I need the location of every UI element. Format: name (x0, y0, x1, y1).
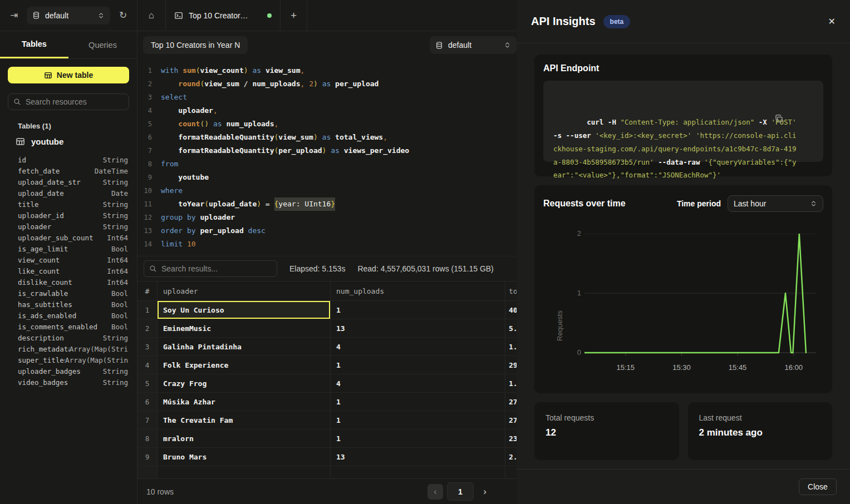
sql-line[interactable]: 2 round(view_sum / num_uploads, 2) as pe… (137, 77, 517, 91)
table-row[interactable]: 7The Crevatin Fam1271 (137, 411, 517, 429)
num-uploads-cell[interactable]: 1 (331, 393, 505, 411)
num-uploads-cell[interactable]: 1 (331, 411, 505, 429)
plus-icon: + (291, 9, 297, 22)
total-views-cell[interactable]: 294 (505, 356, 517, 374)
next-page-button[interactable]: › (478, 484, 492, 500)
table-row[interactable]: 2EminemMusic135.1 (137, 319, 517, 338)
close-panel-button[interactable]: ✕ (828, 16, 836, 27)
collapse-sidebar-button[interactable]: ⇥ (7, 8, 21, 23)
sql-line[interactable]: 4 uploader, (137, 104, 517, 117)
uploader-cell[interactable]: Bruno Mars (158, 448, 331, 466)
table-row[interactable]: 6Músika Azhar1274 (137, 393, 517, 411)
line-number: 4 (137, 104, 152, 117)
num-uploads-cell[interactable]: 1 (331, 429, 505, 447)
y-tick-label: 2 (577, 229, 581, 238)
search-icon (149, 265, 157, 273)
num-uploads-cell[interactable]: 13 (331, 319, 505, 337)
sql-line[interactable]: 11 toYear(upload_date) = {year: UInt16} (137, 197, 517, 211)
uploader-cell[interactable] (158, 466, 331, 478)
sql-line[interactable]: 10where (137, 184, 517, 197)
num-uploads-cell[interactable]: 4 (331, 338, 505, 355)
uploader-cell[interactable]: The Crevatin Fam (158, 411, 331, 429)
total-views-cell[interactable]: 1.1 (505, 374, 517, 392)
previous-page-button[interactable]: ‹ (428, 484, 443, 500)
table-row[interactable] (137, 466, 517, 478)
row-number-cell[interactable]: 8 (137, 429, 158, 447)
copy-button[interactable] (774, 88, 816, 150)
uploader-cell[interactable]: EminemMusic (158, 319, 331, 337)
search-resources-input[interactable] (26, 97, 126, 106)
row-number-cell[interactable] (137, 466, 158, 478)
total-views-cell[interactable] (505, 466, 517, 478)
table-row[interactable]: 3Galinha Pintadinha41.4 (137, 338, 517, 356)
table-row[interactable]: 8mralorn1237 (137, 429, 517, 448)
column-type: String (103, 156, 128, 164)
num-uploads-cell[interactable] (331, 466, 505, 478)
new-tab-button[interactable]: + (281, 0, 307, 31)
sql-line[interactable]: 3select (137, 91, 517, 104)
sql-line[interactable]: 9 youtube (137, 171, 517, 184)
num-uploads-cell[interactable]: 1 (331, 301, 505, 319)
total-views-cell[interactable]: 2.8 (505, 448, 517, 466)
row-number-cell[interactable]: 4 (137, 356, 158, 374)
uploader-cell[interactable]: Galinha Pintadinha (158, 338, 331, 355)
chevron-updown-icon (504, 41, 511, 49)
refresh-button[interactable]: ↻ (116, 8, 130, 23)
total-views-cell[interactable]: 407 (505, 301, 517, 319)
tab-queries[interactable]: Queries (68, 31, 137, 58)
total-views-cell[interactable]: 5.1 (505, 319, 517, 337)
row-number-cell[interactable]: 3 (137, 338, 158, 355)
row-number-cell[interactable]: 9 (137, 448, 158, 466)
num-uploads-cell[interactable]: 1 (331, 356, 505, 374)
sql-line[interactable]: 8from (137, 157, 517, 171)
uploader-cell[interactable]: Músika Azhar (158, 393, 331, 411)
table-row[interactable]: 9Bruno Mars132.8 (137, 448, 517, 466)
sql-line[interactable]: 5 count() as num_uploads, (137, 117, 517, 131)
sql-editor[interactable]: 1with sum(view_count) as view_sum,2 roun… (137, 59, 517, 256)
total-views-cell[interactable]: 274 (505, 393, 517, 411)
uploader-cell[interactable]: Crazy Frog (158, 374, 331, 392)
new-table-button[interactable]: New table (8, 67, 129, 83)
home-button[interactable]: ⌂ (137, 0, 165, 31)
sql-line[interactable]: 6 formatReadableQuantity(view_sum) as to… (137, 131, 517, 144)
num-uploads-cell[interactable]: 13 (331, 448, 505, 466)
query-tab[interactable]: Top 10 Creator… (165, 0, 281, 31)
row-number-cell[interactable]: 6 (137, 393, 158, 411)
column-row: video_badgesString (8, 377, 129, 388)
column-type: Date (111, 189, 128, 197)
uploader-cell[interactable]: mralorn (158, 429, 331, 447)
row-number-cell[interactable]: 2 (137, 319, 158, 337)
search-results-input[interactable] (161, 264, 272, 273)
table-row[interactable]: 5Crazy Frog41.1 (137, 374, 517, 393)
sql-line[interactable]: 1with sum(view_count) as view_sum, (137, 64, 517, 77)
total-requests-card: Total requests 12 (534, 402, 679, 460)
sql-line[interactable]: 13order by per_upload desc (137, 224, 517, 238)
num-uploads-cell[interactable]: 4 (331, 374, 505, 392)
table-item-youtube[interactable]: youtube (16, 137, 129, 146)
column-row: uploaderString (8, 221, 129, 232)
row-number-cell[interactable]: 5 (137, 374, 158, 392)
uploader-cell[interactable]: Soy Un Curioso (158, 301, 331, 319)
sql-line[interactable]: 12group by uploader (137, 211, 517, 224)
time-period-select[interactable]: Last hour (728, 195, 823, 212)
uploader-cell[interactable]: Folk Experience (158, 356, 331, 374)
total-views-cell[interactable]: 1.4 (505, 338, 517, 355)
table-row[interactable]: 1Soy Un Curioso1407 (137, 301, 517, 319)
sql-line[interactable]: 7 formatReadableQuantity(per_upload) as … (137, 144, 517, 157)
database-select[interactable]: default (27, 7, 110, 24)
row-number-cell[interactable]: 1 (137, 301, 158, 319)
column-name: uploader_id (18, 211, 64, 220)
tab-tables[interactable]: Tables (0, 31, 68, 58)
column-name: dislike_count (18, 278, 72, 286)
y-tick-label: 1 (577, 289, 581, 297)
close-button[interactable]: Close (799, 478, 837, 495)
editor-database-select[interactable]: default (430, 36, 517, 54)
requests-chart: Requests 012 15:1515:3015:4516:00 (534, 230, 831, 386)
total-views-cell[interactable]: 237 (505, 429, 517, 447)
sql-line[interactable]: 14limit 10 (137, 238, 517, 251)
current-page-indicator[interactable]: 1 (447, 482, 474, 501)
row-number-cell[interactable]: 7 (137, 411, 158, 429)
table-row[interactable]: 4Folk Experience1294 (137, 356, 517, 374)
total-views-cell[interactable]: 271 (505, 411, 517, 429)
query-tab-title: Top 10 Creator… (189, 11, 262, 20)
